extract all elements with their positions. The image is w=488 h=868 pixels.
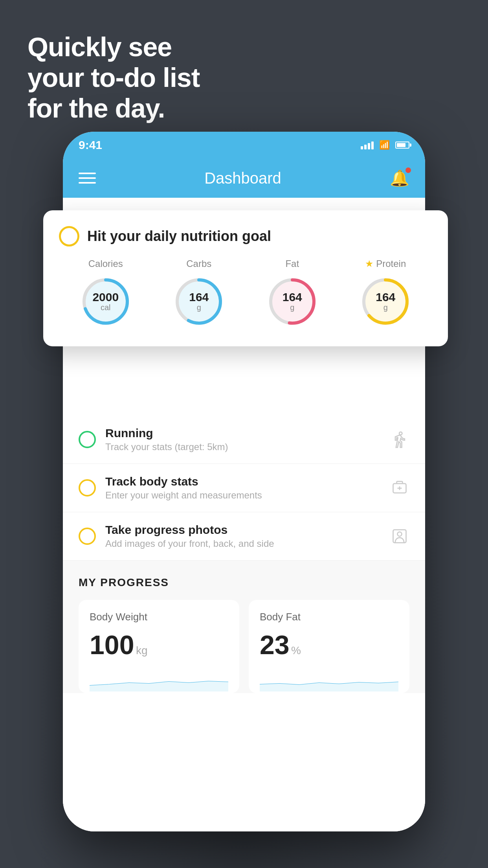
body-fat-label: Body Fat [260,611,398,623]
time: 9:41 [79,138,102,152]
protein-label: ★ Protein [365,258,406,269]
todo-checkbox-photos[interactable] [79,528,96,545]
fat-unit: g [283,303,302,312]
todo-list: Running Track your stats (target: 5km) T… [63,416,425,561]
todo-checkbox-running[interactable] [79,431,96,448]
calories-value: 2000 [92,291,119,303]
header-title: Dashboard [204,169,281,187]
svg-point-4 [398,532,402,536]
wifi-icon: 📶 [379,140,390,150]
app-header: Dashboard 🔔 [63,158,425,198]
nutrition-title: Hit your daily nutrition goal [87,228,271,245]
fat-item: Fat 164 g [265,258,320,329]
calories-item: Calories 2000 cal [78,258,133,329]
person-icon [390,526,409,546]
status-icons: 📶 [361,140,409,150]
nutrition-card: Hit your daily nutrition goal Calories 2… [43,210,448,346]
carbs-item: Carbs 164 g [171,258,226,329]
star-icon: ★ [365,258,374,269]
calories-unit: cal [92,303,119,312]
headline: Quickly see your to-do list for the day. [28,31,200,124]
progress-cards: Body Weight 100 kg Body Fat 23 % [79,600,409,693]
carbs-label: Carbs [186,258,211,269]
list-item[interactable]: Track body stats Enter your weight and m… [63,464,425,512]
fat-value: 164 [283,291,302,303]
protein-circle: 164 g [358,274,413,329]
protein-item: ★ Protein 164 g [358,258,413,329]
body-weight-card[interactable]: Body Weight 100 kg [79,600,239,693]
scale-icon [390,478,409,498]
carbs-value: 164 [189,291,209,303]
body-weight-label: Body Weight [90,611,228,623]
fat-circle: 164 g [265,274,320,329]
nutrition-checkbox[interactable] [59,226,79,246]
todo-desc: Enter your weight and measurements [105,490,380,501]
calories-circle: 2000 cal [78,274,133,329]
protein-unit: g [376,303,395,312]
progress-title: MY PROGRESS [79,576,409,589]
carbs-unit: g [189,303,209,312]
body-weight-value: 100 [90,630,134,660]
calories-label: Calories [88,258,123,269]
todo-name: Take progress photos [105,523,380,537]
body-fat-unit: % [291,644,301,657]
running-icon [390,430,409,449]
weight-chart [90,668,228,691]
signal-icon [361,141,374,149]
protein-value: 164 [376,291,395,303]
list-item[interactable]: Running Track your stats (target: 5km) [63,416,425,464]
carbs-circle: 164 g [171,274,226,329]
fat-label: Fat [285,258,299,269]
notification-dot [405,167,411,173]
body-fat-value: 23 [260,630,290,660]
list-item[interactable]: Take progress photos Add images of your … [63,512,425,561]
nutrition-circles: Calories 2000 cal Carbs [59,258,432,329]
body-fat-card[interactable]: Body Fat 23 % [249,600,409,693]
menu-button[interactable] [79,173,96,184]
todo-name: Track body stats [105,475,380,488]
todo-checkbox-bodystats[interactable] [79,479,96,497]
notifications-button[interactable]: 🔔 [390,169,409,188]
body-weight-unit: kg [136,644,148,657]
fat-chart [260,668,398,691]
todo-desc: Add images of your front, back, and side [105,538,380,549]
todo-name: Running [105,427,380,440]
status-bar: 9:41 📶 [63,132,425,158]
todo-desc: Track your stats (target: 5km) [105,441,380,452]
battery-icon [395,142,409,149]
progress-section: MY PROGRESS Body Weight 100 kg Body Fat [63,561,425,693]
